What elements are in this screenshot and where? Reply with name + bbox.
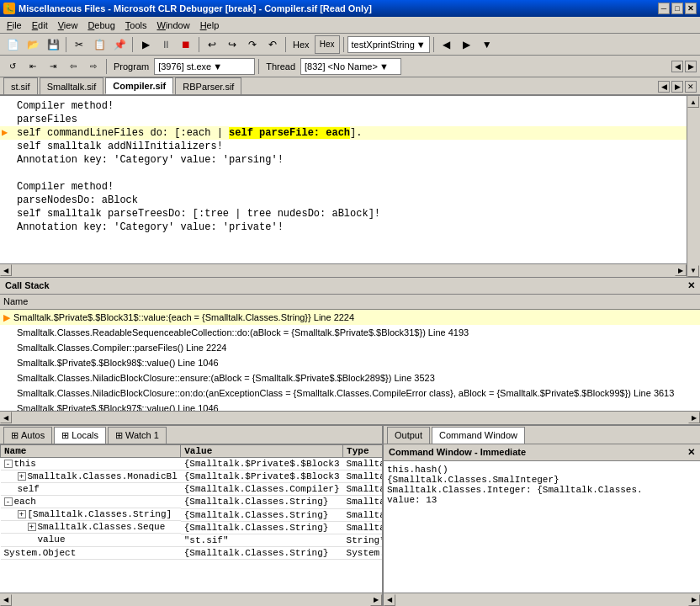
scroll-right-button[interactable]: ▶: [675, 264, 687, 276]
call-item-4[interactable]: Smalltalk.$Private$.$Block98$::value() L…: [0, 355, 700, 370]
copy-button[interactable]: 📋: [90, 35, 109, 54]
run-button[interactable]: ▶: [136, 35, 155, 54]
expand-seque-icon[interactable]: +: [28, 523, 36, 531]
close-button[interactable]: ✕: [685, 3, 697, 14]
menu-debug[interactable]: Debug: [82, 19, 119, 32]
call-item-1[interactable]: ▶ Smalltalk.$Private$.$Block31$::value:{…: [0, 310, 700, 325]
new-button[interactable]: 📄: [3, 35, 22, 54]
toolbar-debug: ↺ ⇤ ⇥ ⇦ ⇨ Program [3976] st.exe ▼ Thread…: [0, 56, 700, 77]
command-window-close[interactable]: ✕: [687, 447, 695, 458]
call-item-text: Smalltalk.$Private$.$Block31$::value:{ea…: [13, 311, 354, 324]
local-type: Smalltalk.Classes.Sequer: [343, 521, 382, 534]
horizontal-scrollbar[interactable]: ◀ ▶: [0, 263, 687, 277]
menu-tools[interactable]: Tools: [120, 19, 152, 32]
debug-btn5[interactable]: ⇨: [84, 57, 103, 76]
menu-help[interactable]: Help: [195, 19, 225, 32]
thread-arrow-icon[interactable]: ▼: [379, 61, 389, 72]
hex-toggle[interactable]: Hex: [315, 35, 340, 54]
cut-button[interactable]: ✂: [70, 35, 88, 54]
cs-scroll-left[interactable]: ◀: [0, 412, 12, 423]
local-row-each[interactable]: - each {Smalltalk.Classes.String} Smallt…: [1, 496, 383, 509]
call-item-7[interactable]: Smalltalk.$Private$.$Block97$::value() L…: [0, 401, 700, 411]
scroll-left-button[interactable]: ◀: [0, 264, 12, 276]
command-hscrollbar[interactable]: ◀ ▶: [384, 593, 700, 606]
locals-scroll-left[interactable]: ◀: [0, 594, 12, 606]
locals-scroll-right[interactable]: ▶: [370, 594, 382, 606]
maximize-button[interactable]: □: [671, 3, 683, 14]
sep7: [106, 59, 107, 74]
autos-tab[interactable]: ⊞ Autos: [3, 427, 52, 444]
panel-nav-left[interactable]: ◀: [671, 61, 683, 72]
call-stack-close[interactable]: ✕: [687, 280, 695, 291]
panel-nav-right[interactable]: ▶: [685, 61, 697, 72]
minimize-button[interactable]: ─: [658, 3, 670, 14]
tab-nav-right[interactable]: ▶: [671, 81, 683, 93]
local-row-monadic[interactable]: + Smalltalk.Classes.MonadicBl {Smalltalk…: [1, 470, 383, 483]
scroll-up-button[interactable]: ▲: [687, 96, 699, 108]
step-into-button[interactable]: ↷: [243, 35, 262, 54]
locals-tab[interactable]: ⊞ Locals: [54, 427, 106, 444]
step-over-button[interactable]: ↪: [223, 35, 241, 54]
output-tab[interactable]: Output: [387, 427, 430, 444]
stop-button[interactable]: ⏹: [177, 35, 195, 54]
step-back-button[interactable]: ↩: [203, 35, 221, 54]
call-item-3[interactable]: Smalltalk.Classes.Compiler::parseFiles()…: [0, 340, 700, 355]
paste-button[interactable]: 📌: [110, 35, 129, 54]
step-out-button[interactable]: ↶: [263, 35, 282, 54]
nav-next-button[interactable]: ▶: [458, 35, 476, 54]
code-editor[interactable]: ▲ ▼ ◀ ▶ Compiler method! parseFiles ▶ se…: [0, 96, 700, 278]
local-row-string[interactable]: + [Smalltalk.Classes.String] {Smalltalk.…: [1, 508, 383, 521]
expand-string-icon[interactable]: +: [18, 510, 26, 518]
h-scroll-track[interactable]: [12, 267, 675, 274]
command-window-tab[interactable]: Command Window: [432, 427, 525, 444]
program-arrow-icon[interactable]: ▼: [213, 61, 222, 72]
call-item-5[interactable]: Smalltalk.Classes.NiladicBlockClosure::e…: [0, 370, 700, 385]
local-row-value[interactable]: value "st.sif" String*: [1, 534, 383, 546]
module-dropdown[interactable]: testXprintString ▼: [347, 36, 430, 53]
local-row-this[interactable]: - this {Smalltalk.$Private$.$Block3 Smal…: [1, 457, 383, 470]
call-item-2[interactable]: Smalltalk.Classes.ReadableSequenceableCo…: [0, 325, 700, 340]
local-row-seque[interactable]: + Smalltalk.Classes.Seque {Smalltalk.Cla…: [1, 521, 383, 534]
command-window-content[interactable]: this.hash() {Smalltalk.Classes.SmalInteg…: [384, 461, 700, 593]
dropdown-arrow-icon[interactable]: ▼: [416, 40, 426, 50]
call-stack-scrollbar[interactable]: ◀ ▶: [0, 411, 700, 424]
vertical-scrollbar[interactable]: ▲ ▼: [687, 96, 700, 277]
pause-button[interactable]: ⏸: [156, 35, 175, 54]
tab-rbparser-sif[interactable]: RBParser.sif: [175, 77, 241, 94]
nav-down-button[interactable]: ▼: [478, 35, 496, 54]
open-button[interactable]: 📂: [24, 35, 42, 54]
scroll-down-button[interactable]: ▼: [687, 265, 699, 277]
expand-monadic-icon[interactable]: +: [18, 472, 26, 481]
cs-scroll-right[interactable]: ▶: [688, 412, 700, 423]
call-item-text: Smalltalk.Classes.NiladicBlockClosure::e…: [17, 373, 435, 383]
debug-btn4[interactable]: ⇦: [64, 57, 82, 76]
menu-file[interactable]: File: [2, 19, 27, 32]
tab-close[interactable]: ✕: [685, 81, 697, 93]
program-dropdown[interactable]: [3976] st.exe ▼: [154, 58, 255, 75]
cmd-scroll-left[interactable]: ◀: [384, 594, 395, 606]
save-button[interactable]: 💾: [44, 35, 62, 54]
nav-prev-button[interactable]: ◀: [438, 35, 456, 54]
menu-view[interactable]: View: [53, 19, 83, 32]
menu-edit[interactable]: Edit: [27, 19, 53, 32]
call-item-6[interactable]: Smalltalk.Classes.NiladicBlockClosure::o…: [0, 385, 700, 401]
local-row-self[interactable]: self {Smalltalk.Classes.Compiler} Smallt…: [1, 483, 383, 496]
watch1-tab[interactable]: ⊞ Watch 1: [108, 427, 167, 444]
locals-icon: ⊞: [61, 430, 69, 441]
tab-compiler-sif[interactable]: Compiler.sif: [105, 77, 173, 94]
thread-dropdown[interactable]: [832] <No Name> ▼: [300, 58, 401, 75]
menu-window[interactable]: Window: [152, 19, 195, 32]
tab-nav-left[interactable]: ◀: [658, 81, 670, 93]
call-stack-content[interactable]: ▶ Smalltalk.$Private$.$Block31$::value:{…: [0, 310, 700, 411]
debug-btn2[interactable]: ⇤: [24, 57, 42, 76]
debug-btn1[interactable]: ↺: [3, 57, 22, 76]
debug-btn3[interactable]: ⇥: [44, 57, 62, 76]
expand-this-icon[interactable]: -: [4, 460, 13, 468]
tab-st-sif[interactable]: st.sif: [3, 77, 38, 94]
local-row-system-object[interactable]: System.Object {Smalltalk.Classes.String}…: [1, 546, 383, 559]
locals-hscrollbar[interactable]: ◀ ▶: [0, 593, 382, 606]
locals-table-area[interactable]: Name Value Type - this {Smalltalk.$Priva…: [0, 444, 382, 593]
expand-each-icon[interactable]: -: [4, 497, 13, 506]
cmd-scroll-right[interactable]: ▶: [688, 594, 700, 606]
tab-smalltalk-sif[interactable]: Smalltalk.sif: [40, 77, 104, 94]
